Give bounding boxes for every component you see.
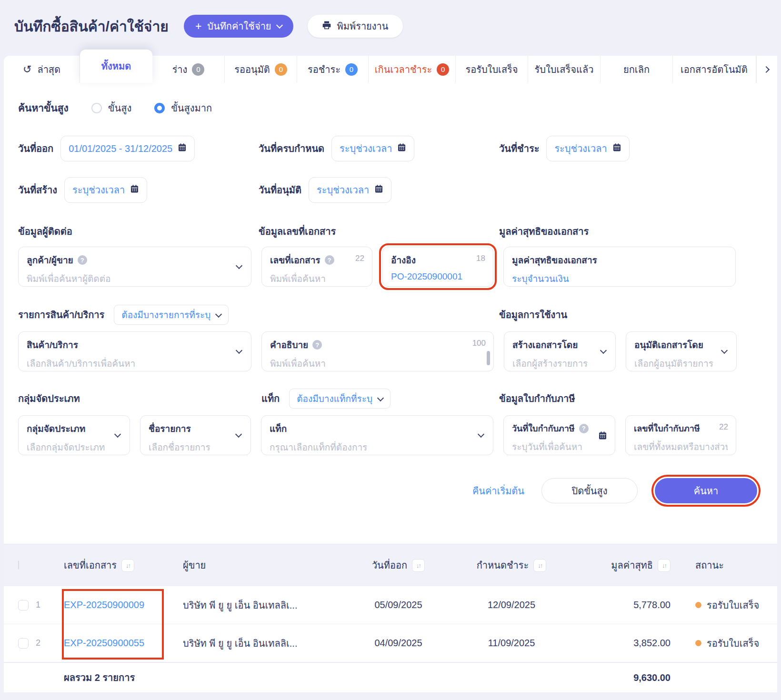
tax-invoice-date-field[interactable]: วันที่ใบกำกับภาษี ? ระบุวันที่เพื่อค้นหา — [503, 415, 615, 455]
date-filter-row-1: วันที่ออก 01/01/2025 - 31/12/2025 วันที่… — [18, 136, 763, 161]
net-amount-field[interactable]: มูลค่าสุทธิของเอกสาร ระบุจำนวนเงิน — [503, 247, 736, 287]
approved-by-field[interactable]: อนุมัติเอกสารโดย เลือกผู้อนุมัติรายการ — [626, 331, 737, 371]
row-index: 1 — [36, 600, 40, 610]
tab-cancelled[interactable]: ยกเลิก — [601, 56, 673, 83]
contact-select-field[interactable]: ลูกค้า/ผู้ขาย ? พิมพ์เพื่อค้นหาผู้ติดต่อ — [18, 247, 251, 287]
description-field[interactable]: คำอธิบาย ? 100 พิมพ์เพื่อค้นหา — [261, 331, 494, 371]
tab-label: ทั้งหมด — [101, 59, 131, 74]
section-tax-invoice: ข้อมูลใบกำกับภาษี — [499, 391, 763, 406]
section-header-row-1: ข้อมูลผู้ติดต่อ ข้อมูลเลขที่เอกสาร มูลค่… — [18, 224, 763, 239]
tab-all[interactable]: ทั้งหมด — [80, 50, 152, 83]
payment-date-range-picker[interactable]: ระบุช่วงเวลา — [546, 136, 629, 161]
reference-field[interactable]: อ้างอิง 18 PO-20250900001 — [382, 247, 493, 287]
help-icon[interactable]: ? — [312, 340, 322, 350]
payment-date-placeholder: ระบุช่วงเวลา — [554, 141, 607, 156]
tag-select-field[interactable]: แท็ก กรุณาเลือกแท็กที่ต้องการ — [261, 415, 493, 455]
row-checkbox[interactable] — [18, 600, 29, 610]
payment-date-label: วันที่ชำระ — [499, 141, 539, 156]
field-label: แท็ก — [270, 421, 287, 436]
results-table-footer: ผลรวม 2 รายการ 9,630.00 — [4, 662, 777, 692]
tab-awaiting-payment[interactable]: รอชำระ 0 — [297, 56, 369, 83]
created-date-placeholder: ระบุช่วงเวลา — [72, 182, 125, 198]
field-label: กลุ่มจัดประเภท — [27, 421, 85, 436]
calendar-icon — [130, 184, 139, 196]
sort-icon[interactable]: ↓↑ — [412, 559, 425, 572]
sort-icon[interactable]: ↓↑ — [121, 559, 134, 572]
row-checkbox[interactable] — [18, 638, 29, 649]
sort-icon[interactable]: ↓↑ — [533, 559, 546, 572]
plus-icon: + — [195, 21, 201, 32]
chevron-down-icon — [276, 22, 283, 29]
radio-very-advanced[interactable]: ขั้นสูงมาก — [154, 100, 212, 116]
chevron-down-icon — [377, 395, 384, 401]
product-select-field[interactable]: สินค้า/บริการ เลือกสินค้า/บริการเพื่อค้น… — [18, 331, 251, 371]
print-report-button[interactable]: พิมพ์รายงาน — [308, 15, 403, 38]
section-usage: ข้อมูลการใช้งาน — [499, 307, 763, 322]
tag-condition-dropdown[interactable]: ต้องมีบางแท็กที่ระบุ — [289, 389, 390, 409]
calendar-icon — [374, 184, 383, 196]
tab-receipt-received[interactable]: รับใบเสร็จแล้ว — [528, 56, 601, 83]
calendar-icon — [612, 143, 621, 154]
classification-group-field[interactable]: กลุ่มจัดประเภท เลือกกลุ่มจัดประเภท — [18, 415, 130, 455]
approved-date-range-picker[interactable]: ระบุช่วงเวลา — [309, 177, 391, 203]
tab-latest[interactable]: ↺ ล่าสุด — [4, 56, 80, 83]
select-all-checkbox[interactable] — [18, 560, 19, 570]
chip-label: ต้องมีบางแท็กที่ระบุ — [297, 391, 372, 406]
tab-draft[interactable]: ร่าง 0 — [152, 56, 225, 83]
document-link[interactable]: EXP-20250900055 — [64, 638, 144, 648]
created-date-label: วันที่สร้าง — [18, 182, 57, 198]
field-label: ลูกค้า/ผู้ขาย — [27, 253, 73, 267]
help-icon[interactable]: ? — [78, 255, 87, 265]
tab-awaiting-receipt[interactable]: รอรับใบเสร็จ — [456, 56, 528, 83]
tab-badge: 0 — [192, 63, 204, 76]
item-name-field[interactable]: ชื่อรายการ เลือกชื่อรายการ — [140, 415, 251, 455]
tabs-scroll-right-button[interactable] — [756, 56, 777, 83]
tab-label: รับใบเสร็จแล้ว — [535, 62, 594, 77]
document-number-field[interactable]: เลขที่เอกสาร ? 22 พิมพ์เพื่อค้นหา — [261, 247, 372, 287]
created-date-range-picker[interactable]: ระบุช่วงเวลา — [64, 177, 147, 203]
sort-icon[interactable]: ↓↑ — [658, 559, 671, 572]
reset-defaults-link[interactable]: คืนค่าเริ่มต้น — [472, 483, 524, 499]
issue-date-label: วันที่ออก — [18, 141, 53, 156]
section-header-row-3: กลุ่มจัดประเภท แท็ก ต้องมีบางแท็กที่ระบุ… — [18, 389, 763, 409]
scrollbar-thumb[interactable] — [487, 351, 490, 365]
tab-overdue[interactable]: เกินเวลาชำระ 0 — [369, 56, 456, 83]
created-by-field[interactable]: สร้างเอกสารโดย เลือกผู้สร้างรายการ — [504, 331, 616, 371]
tab-awaiting-approval[interactable]: รออนุมัติ 0 — [225, 56, 297, 83]
header-net-amount: มูลค่าสุทธิ — [611, 558, 653, 573]
status-tab-bar: ↺ ล่าสุด ทั้งหมด ร่าง 0 รออนุมัติ 0 รอชำ… — [4, 50, 777, 83]
tax-invoice-number-field[interactable]: เลขที่ใบกำกับภาษี 22 เลขที่ทั้งหมดหรือบา… — [625, 415, 736, 455]
document-link[interactable]: EXP-20250900009 — [64, 600, 144, 610]
product-condition-dropdown[interactable]: ต้องมีบางรายการที่ระบุ — [114, 305, 229, 325]
char-counter: 100 — [472, 339, 486, 348]
advanced-search-panel: ค้นหาขั้นสูง ขั้นสูง ขั้นสูงมาก วันที่ออ… — [4, 83, 777, 544]
page-title: บันทึกซื้อสินค้า/ค่าใช้จ่าย — [14, 15, 169, 38]
status-badge: รอรับใบเสร็จ — [707, 598, 759, 613]
amount-cell: 5,778.00 — [571, 600, 673, 610]
tab-auto-documents[interactable]: เอกสารอัตโนมัติ — [673, 56, 756, 83]
help-icon[interactable]: ? — [579, 424, 589, 433]
table-row[interactable]: 2 EXP-20250900055 บริษัท พี ยู ยู เอ็น อ… — [4, 624, 777, 662]
field-placeholder: เลือกผู้สร้างรายการ — [512, 356, 607, 370]
approved-date-label: วันที่อนุมัติ — [259, 182, 301, 198]
radio-circle-icon[interactable] — [91, 103, 102, 113]
record-expense-button[interactable]: + บันทึกค่าใช้จ่าย — [184, 15, 293, 38]
tab-label: เอกสารอัตโนมัติ — [681, 62, 748, 77]
search-button[interactable]: ค้นหา — [655, 478, 757, 503]
field-placeholder: ระบุวันที่เพื่อค้นหา — [512, 440, 583, 454]
issue-date-range-picker[interactable]: 01/01/2025 - 31/12/2025 — [60, 136, 195, 161]
due-date-range-picker[interactable]: ระบุช่วงเวลา — [331, 136, 414, 161]
radio-circle-checked-icon[interactable] — [154, 103, 165, 113]
field-label: มูลค่าสุทธิของเอกสาร — [512, 253, 597, 267]
close-advanced-button[interactable]: ปิดขั้นสูง — [541, 478, 638, 503]
table-row[interactable]: 1 EXP-20250900009 บริษัท พี ยู ยู เอ็น อ… — [4, 586, 777, 624]
tab-badge: 0 — [437, 63, 449, 76]
help-icon[interactable]: ? — [325, 255, 334, 265]
section-classification: กลุ่มจัดประเภท — [18, 391, 261, 406]
chip-label: ต้องมีบางรายการที่ระบุ — [121, 308, 210, 322]
issue-date-cell: 05/09/2025 — [345, 600, 452, 610]
tab-label: รออนุมัติ — [234, 62, 270, 77]
field-placeholder: ระบุจำนวนเงิน — [512, 271, 727, 286]
tab-label: เกินเวลาชำระ — [375, 62, 432, 77]
radio-advanced[interactable]: ขั้นสูง — [91, 100, 131, 116]
